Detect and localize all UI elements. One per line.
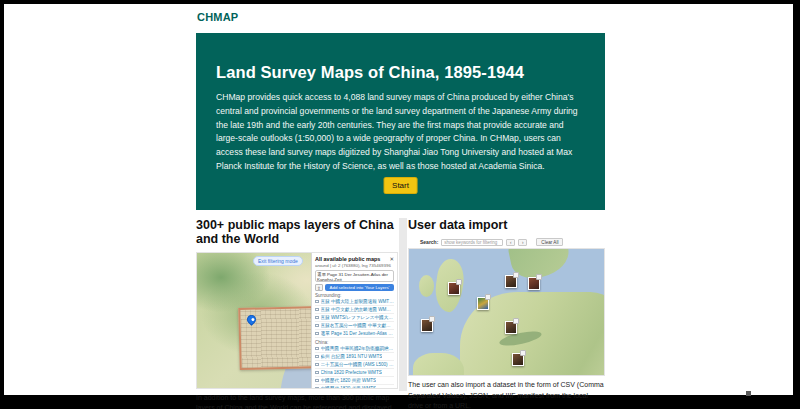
image-marker [477, 297, 489, 310]
layer-list-item: 直隸名五萬分一中國圖 中華文獻之第2冊… [315, 322, 394, 330]
image-marker [528, 277, 540, 290]
layer-list-item: 蘇州 台紀圖 1891 NTU WMTS [315, 353, 394, 361]
feature-columns: 300+ public maps layers of China and the… [196, 218, 605, 391]
image-marker [505, 321, 517, 334]
data-import-screenshot [408, 248, 605, 376]
checkbox-icon [315, 308, 319, 312]
checkbox-icon [315, 387, 319, 389]
checkbox-icon [315, 355, 319, 359]
clear-all-button: Clear All [536, 238, 563, 246]
image-marker [448, 282, 460, 295]
brand-logo[interactable]: CHMAP [197, 11, 238, 23]
layer-list-item: 選單 Page 31 Der Jesuiten-Atlas der… [315, 330, 394, 338]
feature-right-caption: The user can also import a dataset in th… [408, 380, 605, 409]
feature-data-import: User data import Search: show keywords f… [408, 218, 605, 391]
add-selected-button: Add selected into 'Your Layers' [325, 284, 394, 291]
feature-left-title: 300+ public maps layers of China and the… [196, 218, 398, 247]
layer-list-item: 二十五萬分一中國圖 (AMS L500) 中… [315, 361, 394, 369]
layer-list-item: 直隸 中國大陸上新製圖速報 WMT… [315, 298, 394, 306]
selected-layer-box: 選單 Page 31 Der Jesuiten-Atlas der Kanghs… [315, 270, 394, 282]
upload-icon: ⇪ [315, 284, 323, 291]
layer-list-item: 中國歷代 1820 州府 WMTS [315, 377, 394, 385]
feature-right-title: User data import [408, 218, 605, 232]
checkbox-icon [315, 324, 319, 328]
column-divider [399, 218, 407, 391]
panel-coordinates: around | ul: 2 (763880), lng 735469396 [315, 263, 394, 268]
public-maps-screenshot: Exit filtering mode All available public… [196, 252, 398, 389]
selected-layer-name: 選單 Page 31 Der Jesuiten-Atlas der Kanghs… [317, 272, 388, 282]
layer-list-item: 直隸 WMTS/レファレンス中國大陸之方… [315, 314, 394, 322]
prev-page-icon: ‹ [506, 239, 515, 246]
layer-list-item: China 1820 Prefecture WMTS [315, 369, 394, 377]
ireland-landmass [419, 275, 435, 298]
image-marker [421, 319, 433, 332]
hero-description: CHMap provides quick access to 4,088 lan… [216, 91, 585, 174]
panel-title: All available public maps [315, 256, 380, 262]
checkbox-icon [315, 332, 319, 336]
import-screenshot-toolbar: Search: show keywords for filtering ‹ › … [408, 237, 605, 248]
public-maps-panel: All available public maps ✕ around | ul:… [311, 253, 397, 388]
image-marker [512, 353, 524, 366]
checkbox-icon [315, 371, 319, 375]
search-input: show keywords for filtering [441, 239, 503, 246]
hero-banner: Land Survey Maps of China, 1895-1944 CHM… [196, 33, 605, 210]
checkbox-icon [315, 347, 319, 351]
page-background: CHMAP Land Survey Maps of China, 1895-19… [4, 4, 793, 395]
image-marker [505, 275, 517, 288]
checkbox-icon [315, 379, 319, 383]
checkbox-icon [315, 363, 319, 367]
next-page-icon: › [518, 239, 527, 246]
layer-list-item: 直隸 中亞文獻上的京畿道圖 WM… [315, 306, 394, 314]
scroll-grip [746, 391, 751, 396]
feature-left-caption: In addition to the land survey maps, mor… [196, 393, 398, 409]
hero-title: Land Survey Maps of China, 1895-1944 [216, 63, 585, 82]
exit-filtering-chip: Exit filtering mode [253, 256, 303, 266]
iberia-landmass [413, 353, 464, 377]
feature-public-maps: 300+ public maps layers of China and the… [196, 218, 398, 391]
start-button[interactable]: Start [383, 177, 418, 194]
layer-list-item: 中國歷代 1820 省界 WMTS [315, 385, 394, 389]
layer-list-item: 中國輿圖 中華民國2年防衛廳調繪… [315, 345, 394, 353]
close-icon: ✕ [389, 256, 394, 262]
search-label: Search: [420, 239, 438, 245]
checkbox-icon [315, 316, 319, 320]
checkbox-icon [315, 300, 319, 304]
